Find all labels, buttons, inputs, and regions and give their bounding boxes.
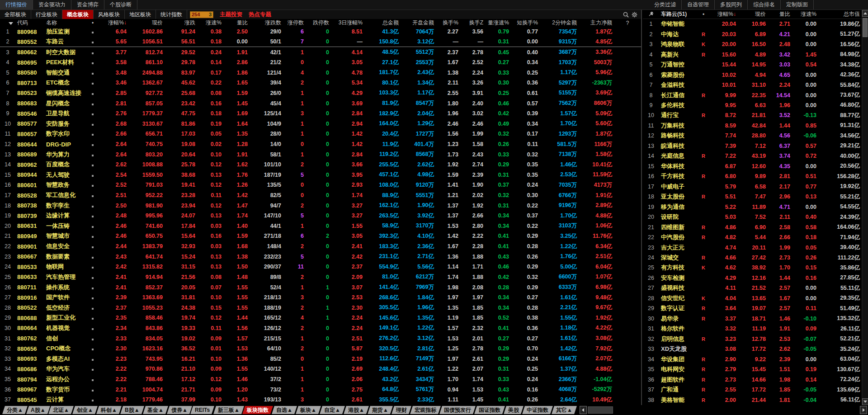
component-header-0[interactable] <box>643 11 659 18</box>
column-header-开盘金额[interactable]: 开盘金额 <box>401 19 436 27</box>
component-row[interactable]: 36超图软件R2.7314.661.980.1472.24亿 <box>643 374 862 384</box>
component-row[interactable]: 13皖通科技7.397.126.370.5729.21亿 <box>643 141 862 151</box>
table-row[interactable]: 27880916国产软件2.391363.6931.810.101.55218/… <box>0 292 641 303</box>
tab-scrollbar-thumb[interactable] <box>588 406 613 414</box>
column-header-代码[interactable]: 代码 <box>15 19 44 27</box>
market-tab-美股[interactable]: 美股 <box>504 406 524 414</box>
table-row[interactable]: 21880949智慧城市2.46650.7515.640.161.59271/1… <box>0 231 641 241</box>
column-header-3日涨幅%[interactable]: 3日涨幅% <box>331 19 364 27</box>
component-row[interactable]: 10通行宝R8.7221.813.52-0.1388.77亿 <box>643 110 862 120</box>
main-tab-资金驱动力[interactable]: 资金驱动力 <box>33 0 71 9</box>
column-header-涨跌[interactable]: 涨跌 <box>165 19 197 27</box>
component-row[interactable]: 14光庭信息R7.2243.193.740.7240.00亿 <box>643 151 862 161</box>
column-header-现价[interactable]: 现价 <box>128 19 165 27</box>
table-row[interactable]: 10880577安防服务2.683130.6781.860.191.64104/… <box>0 118 641 129</box>
column-header-量涨速%[interactable]: 量涨速% <box>485 19 511 27</box>
window-tab-多股同列[interactable]: 多股同列 <box>715 0 748 9</box>
market-tab-自定▲[interactable]: 自定▲ <box>320 406 345 414</box>
vertical-scrollbar[interactable] <box>862 10 868 405</box>
table-row[interactable]: 24880533物联网2.421315.8231.150.131.50290/3… <box>0 262 641 272</box>
market-tab-板块指数[interactable]: 板块指数 <box>243 406 274 414</box>
market-tab-期货▲[interactable]: 期货▲ <box>368 406 393 414</box>
column-header-总金额[interactable]: 总金额 <box>364 19 401 27</box>
component-row[interactable]: 35电科网安R2.7915.451.510.19130.67亿 <box>643 364 862 374</box>
column-header-rowno[interactable] <box>0 20 15 26</box>
column-header-•[interactable]: • <box>88 20 98 26</box>
main-tab-行情报价[interactable]: 行情报价 <box>0 0 33 9</box>
component-row[interactable]: 8长江通信R9.9922.3514.540.0073.67亿 <box>643 90 862 100</box>
component-row[interactable]: 20设研院5.037.522.110.4024.39亿 <box>643 212 862 222</box>
window-tab-自选管理[interactable]: 自选管理 <box>682 0 715 9</box>
column-header-涨跌数[interactable]: 涨跌数 <box>250 19 283 27</box>
component-row[interactable]: 25有方科技K4.6238.921.700.1535.86亿 <box>643 263 862 273</box>
market-tab-板块▲[interactable]: 板块▲ <box>296 406 321 414</box>
column-header-主力净额[interactable]: 主力净额 <box>579 19 614 27</box>
table-row[interactable]: 34880686华为汽车2.22970.8621.100.091.55140/1… <box>0 364 641 374</box>
table-row[interactable]: 20880631一体压铸2.46741.6017.840.031.4044/11… <box>0 221 641 231</box>
component-row[interactable]: 33XD天龙股3.0817.722.62-0.0535.24亿 <box>643 344 862 354</box>
column-header-跌停数[interactable]: 跌停数 <box>306 19 331 27</box>
component-header-1[interactable]: 车路云(51) <box>659 10 698 18</box>
component-row[interactable]: 17中威电子5.796.582.170.7719.92亿 <box>643 182 862 192</box>
component-row[interactable]: 37广和通R2.5517.721.85-0.05135.69亿 <box>643 385 862 395</box>
table-row[interactable]: 31880762信创2.33834.0519.020.091.57215/151… <box>0 333 641 344</box>
market-tab-北证▲[interactable]: 北证▲ <box>49 406 74 414</box>
search-icon[interactable] <box>623 12 629 18</box>
table-row[interactable]: 32880656CPO概念2.301623.1636.520.011.5364/… <box>0 344 641 354</box>
board-tab-全部板块[interactable]: 全部板块 <box>0 10 31 19</box>
table-row[interactable]: 25880633汽车热管理2.41914.9421.560.081.4889/8… <box>0 272 641 283</box>
table-row[interactable]: 5880580智能交通3.482494.8883.970.171.86121/4… <box>0 67 641 78</box>
component-row[interactable]: 7金溢科技10.0131.102.240.0055.84亿 <box>643 80 862 90</box>
market-tab-其它▲[interactable]: 其它▲ <box>552 406 577 414</box>
market-tab-债券▲[interactable]: 债券▲ <box>167 406 192 414</box>
component-row[interactable]: 26安车检测4.2912.161.440.1627.85亿 <box>643 273 862 283</box>
hot-link-主题投资[interactable]: 主题投资 <box>220 11 242 19</box>
column-header-2分钟金额[interactable]: 2分钟金额 <box>540 19 579 27</box>
component-row[interactable]: 22中汽股份R4.825.442.660.1871.94亿 <box>643 232 862 242</box>
component-row[interactable]: 18亚太股份R5.517.472.960.1355.21亿 <box>643 192 862 202</box>
tab-scroll-left-button[interactable] <box>580 406 587 414</box>
scrollbar-thumb[interactable] <box>863 18 868 37</box>
market-tab-理财[interactable]: 理财 <box>392 406 411 414</box>
table-row[interactable]: 36880967数字货币2.211004.7421.710.091.2073/2… <box>0 384 641 395</box>
market-tab-自选▲[interactable]: 自选▲ <box>272 406 297 414</box>
component-header-•[interactable]: • <box>698 11 709 18</box>
board-tab-风格板块[interactable]: 风格板块 <box>94 10 125 19</box>
market-tab-中证指数[interactable]: 中证指数 <box>522 406 553 414</box>
market-tab-分类▲[interactable]: 分类▲ <box>2 406 28 414</box>
scroll-up-button[interactable] <box>862 10 868 17</box>
component-row[interactable]: 5万通智控15.4414.953.030.5434.38亿 <box>643 60 862 70</box>
table-row[interactable]: 22880901信息安全2.441383.7932.930.031.68148/… <box>0 241 641 252</box>
table-row[interactable]: 29880688新型工业化2.35858.4619.740.121.44165/… <box>0 313 641 323</box>
market-tab-REITs[interactable]: REITs <box>191 406 215 414</box>
table-row[interactable]: 11880657数字水印2.66656.7117.030.051.3528/01… <box>0 129 641 139</box>
table-row[interactable]: 28880522低空经济2.371055.2324.380.151.55188/… <box>0 302 641 313</box>
market-tab-新三板▲[interactable]: 新三板▲ <box>213 406 244 414</box>
table-row[interactable]: 37880545云计算2.181779.4637.990.101.43193/1… <box>0 395 641 405</box>
filter-dropdown-icon[interactable] <box>9 22 13 25</box>
column-header-涨停数[interactable]: 涨停数 <box>283 19 306 27</box>
component-row[interactable]: 9多伦科技9.956.631.960.0046.80亿 <box>643 100 862 110</box>
market-tab-基金▲[interactable]: 基金▲ <box>143 406 168 414</box>
board-tab-概念板块[interactable]: 概念板块 <box>62 10 94 19</box>
column-header-涨幅%[interactable]: 涨幅%↓ <box>98 19 128 27</box>
component-row[interactable]: 23吉大正元4.7420.111.990.0539.40亿 <box>643 242 862 252</box>
market-tab-科创▲[interactable]: 科创▲ <box>96 406 122 414</box>
component-row[interactable]: 11万集科技8.5942.841.440.8591.31亿 <box>643 121 862 131</box>
column-header-?[interactable]: ? <box>614 20 641 26</box>
main-tab-资金博弈[interactable]: 资金博弈 <box>71 0 104 9</box>
component-row[interactable]: 6索菱股份10.024.944.650.0042.36亿 <box>643 70 862 80</box>
hot-link-热点专题[interactable]: 热点专题 <box>249 11 271 19</box>
table-row[interactable]: 7880523铜缆高速连接2.85927.7225.680.081.5926/0… <box>0 88 641 99</box>
component-header-总市值[interactable]: 总市值 <box>818 10 862 18</box>
market-tab-创业▲[interactable]: 创业▲ <box>72 406 98 414</box>
board-tab-地区板块[interactable]: 地区板块 <box>125 10 156 19</box>
table-row[interactable]: 16880601智慧政务2.52791.0319.410.121.26135/5… <box>0 180 641 190</box>
table-row[interactable]: 6880713ETC概念3.461362.6745.620.221.6539/4… <box>0 78 641 88</box>
market-tab-A股▲[interactable]: A股▲ <box>26 406 50 414</box>
table-row[interactable]: 17880528军工信息化2.51952.2223.280.111.4282/5… <box>0 190 641 201</box>
table-row[interactable]: 13880689华为算力2.64803.2020.640.101.9158/11… <box>0 149 641 160</box>
scroll-down-button[interactable] <box>862 398 868 405</box>
table-row[interactable]: 19880739边缘计算2.48995.9624.070.131.74147/1… <box>0 211 641 221</box>
component-row[interactable]: 21四维图新R4.866.902.580.58164.06亿 <box>643 222 862 232</box>
